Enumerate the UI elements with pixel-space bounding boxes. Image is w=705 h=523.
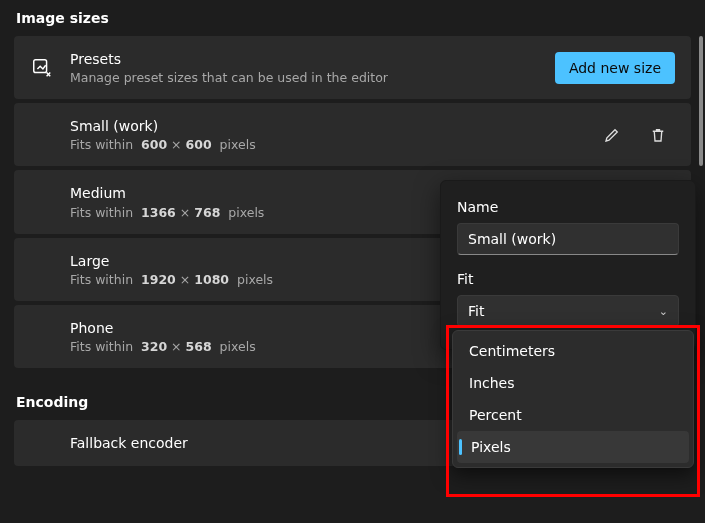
- fit-label: Fit: [457, 271, 679, 287]
- presets-icon: [30, 57, 54, 79]
- unit-option[interactable]: Percent: [457, 399, 689, 431]
- name-input[interactable]: [457, 223, 679, 255]
- edit-preset-panel: Name Fit Fit ⌄: [440, 180, 696, 350]
- unit-option[interactable]: Inches: [457, 367, 689, 399]
- fit-select-value: Fit: [468, 303, 484, 319]
- presets-header-card: Presets Manage preset sizes that can be …: [14, 36, 691, 99]
- scrollbar[interactable]: [699, 36, 703, 166]
- add-new-size-button[interactable]: Add new size: [555, 52, 675, 84]
- unit-dropdown: CentimetersInchesPercentPixels: [452, 330, 694, 468]
- unit-option[interactable]: Centimeters: [457, 335, 689, 367]
- delete-icon[interactable]: [645, 122, 671, 148]
- unit-option[interactable]: Pixels: [457, 431, 689, 463]
- chevron-down-icon: ⌄: [659, 305, 668, 318]
- presets-title: Presets: [70, 50, 539, 68]
- fit-select[interactable]: Fit ⌄: [457, 295, 679, 327]
- size-row-name: Small (work): [70, 117, 583, 135]
- size-row-sub: Fits within 600 × 600 pixels: [70, 137, 583, 152]
- presets-subtitle: Manage preset sizes that can be used in …: [70, 70, 539, 85]
- name-label: Name: [457, 199, 679, 215]
- section-title-image-sizes: Image sizes: [16, 10, 691, 26]
- edit-icon[interactable]: [599, 122, 625, 148]
- size-row[interactable]: Small (work) Fits within 600 × 600 pixel…: [14, 103, 691, 166]
